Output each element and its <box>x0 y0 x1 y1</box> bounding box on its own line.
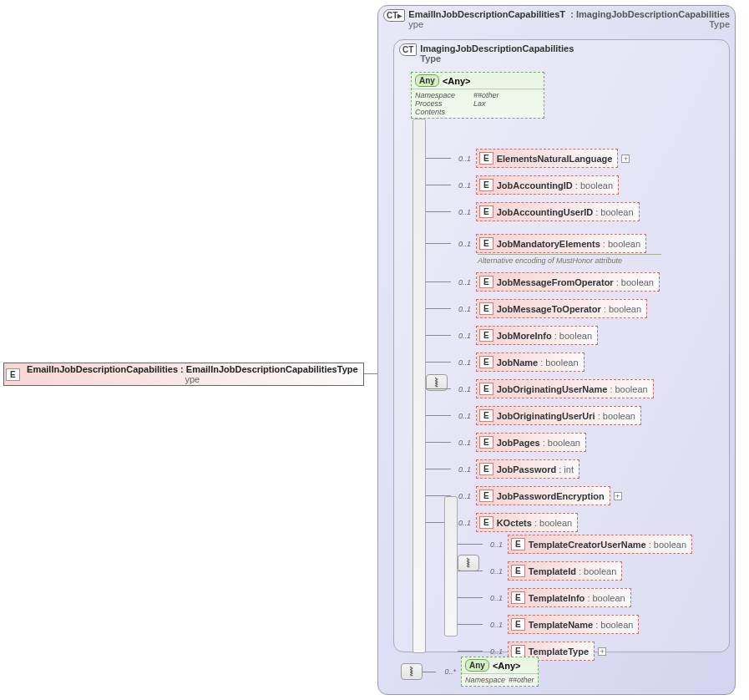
schema-element-box: EJobAccountingID : boolean <box>476 175 619 195</box>
inner-complextype-header: CT ImagingJobDescriptionCapabilities Typ… <box>394 40 729 65</box>
connector-line <box>426 282 451 282</box>
bottom-any-row: 0..* Any <Any> Namespace##other <box>401 657 539 687</box>
schema-element-row: 0..1ETemplateInfo : boolean <box>483 588 631 607</box>
schema-element-row: 0..1ETemplateId : boolean <box>483 561 622 581</box>
cardinality-label: 0..1 <box>453 439 471 447</box>
connector-line <box>426 158 451 159</box>
connector-line <box>458 544 483 545</box>
element-badge-icon: E <box>6 368 20 381</box>
element-name-label: JobPassword : int <box>497 464 574 474</box>
element-name-label: JobOriginatingUserUri : boolean <box>497 411 635 421</box>
schema-element-row: 0..1EJobOriginatingUserUri : boolean <box>451 406 641 425</box>
cardinality-label: 0..1 <box>484 567 503 576</box>
cardinality-label: 0..1 <box>453 358 471 367</box>
expand-icon[interactable]: + <box>598 647 606 656</box>
schema-element-row: 0..1EJobAccountingUserID : boolean <box>451 202 640 221</box>
element-badge-icon: E <box>511 565 525 577</box>
schema-element-row: 0..1EJobPassword : int <box>451 459 579 479</box>
cardinality-label: 0..1 <box>453 278 471 287</box>
schema-element-box: EJobMessageToOperator : boolean <box>476 299 647 318</box>
any-wildcard-block: Any <Any> Namespace##other Process Conte… <box>411 72 544 119</box>
schema-element-row: 0..1EJobOriginatingUserName : boolean <box>451 379 654 398</box>
complextype-badge-icon: CT▸ <box>383 9 405 22</box>
any-wildcard-block: Any <Any> Namespace##other <box>461 657 539 687</box>
connector-line <box>426 469 451 469</box>
schema-element-box: EJobPages : boolean <box>476 433 586 452</box>
element-badge-icon: E <box>479 237 493 250</box>
element-name-label: TemplateId : boolean <box>529 566 617 576</box>
cardinality-label: 0..1 <box>453 305 471 313</box>
element-badge-icon: E <box>479 152 493 165</box>
cardinality-label: 0..1 <box>453 240 471 248</box>
any-badge-icon: Any <box>415 74 439 87</box>
cardinality-label: 0..1 <box>453 332 471 340</box>
element-name-label: JobMessageToOperator : boolean <box>497 304 641 314</box>
schema-element-row: 0..1EJobPages : boolean <box>451 433 586 452</box>
schema-element-row: 0..1EKOctets : boolean <box>451 513 578 532</box>
element-name-label: JobPasswordEncryption <box>497 491 605 501</box>
schema-element-box: EJobMessageFromOperator : boolean <box>476 272 660 292</box>
element-badge-icon: E <box>511 618 525 631</box>
element-name-label: TemplateName : boolean <box>529 620 634 630</box>
expand-icon[interactable]: + <box>614 492 622 500</box>
connector-line <box>426 243 451 244</box>
schema-element-row: 0..1ETemplateCreatorUserName : boolean <box>483 535 692 554</box>
element-badge-icon: E <box>479 489 493 502</box>
cardinality-label: 0..1 <box>453 208 471 216</box>
outer-complextype-header: CT▸ EmailInJobDescriptionCapabilitiesT y… <box>378 6 735 31</box>
cardinality-label: 0..1 <box>484 540 503 549</box>
schema-element-box: ETemplateCreatorUserName : boolean <box>508 535 692 554</box>
connector-line <box>426 335 451 336</box>
sequence-compositor-icon <box>458 555 479 571</box>
connector-line <box>426 362 451 363</box>
schema-element-row: 0..1EJobName : boolean <box>451 353 585 372</box>
cardinality-label: 0..1 <box>484 647 503 656</box>
schema-element-box: ETemplateId : boolean <box>508 561 622 581</box>
complextype-badge-icon: CT <box>399 43 417 56</box>
inner-complextype: CT ImagingJobDescriptionCapabilities Typ… <box>393 39 730 652</box>
schema-element-row: 0..1EJobMandatoryElements : boolean <box>451 234 646 253</box>
element-badge-icon: E <box>511 645 525 657</box>
cardinality-label: 0..1 <box>453 155 471 163</box>
connector-line <box>426 185 451 185</box>
element-badge-icon: E <box>511 591 525 604</box>
connector-line <box>458 597 483 598</box>
element-name-label: JobAccountingUserID : boolean <box>497 207 634 217</box>
element-name-label: ElementsNaturalLanguage <box>497 154 613 164</box>
sequence-compositor-icon <box>401 663 423 680</box>
element-name-label: JobAccountingID : boolean <box>497 180 613 190</box>
connector-line <box>426 442 451 443</box>
element-name-label: JobMoreInfo : boolean <box>497 331 592 341</box>
schema-element-box: EJobPasswordEncryption <box>476 486 610 505</box>
outer-complextype: CT▸ EmailInJobDescriptionCapabilitiesT y… <box>377 5 736 695</box>
schema-element-box: ETemplateInfo : boolean <box>508 588 631 607</box>
schema-element-row: 0..1EJobMessageToOperator : boolean <box>451 299 647 318</box>
element-badge-icon: E <box>511 538 525 550</box>
connector-line <box>458 571 483 571</box>
element-name-label: JobMessageFromOperator : boolean <box>497 277 654 287</box>
element-badge-icon: E <box>479 276 493 288</box>
any-badge-icon: Any <box>465 659 489 672</box>
schema-element-box: EJobPassword : int <box>476 459 579 479</box>
connector-line <box>426 415 451 416</box>
element-badge-icon: E <box>479 302 493 315</box>
element-name-label: TemplateType <box>529 647 589 657</box>
schema-element-box: EElementsNaturalLanguage <box>476 149 618 168</box>
element-badge-icon: E <box>479 516 493 529</box>
cardinality-label: 0..* <box>438 667 456 676</box>
root-element-label: EmailInJobDescriptionCapabilities : Emai… <box>23 364 362 384</box>
schema-element-row: 0..1EElementsNaturalLanguage+ <box>451 149 630 168</box>
expand-icon[interactable]: + <box>621 155 630 163</box>
element-badge-icon: E <box>479 463 493 475</box>
cardinality-label: 0..1 <box>453 465 471 474</box>
connector-line <box>426 388 451 389</box>
schema-element-box: EJobMandatoryElements : boolean <box>476 234 646 253</box>
element-badge-icon: E <box>479 383 493 395</box>
schema-element-box: EJobMoreInfo : boolean <box>476 326 598 345</box>
schema-element-row: 0..1EJobMoreInfo : boolean <box>451 326 598 345</box>
element-badge-icon: E <box>479 409 493 422</box>
element-name-label: JobName : boolean <box>497 358 579 368</box>
connector-line <box>458 624 483 625</box>
schema-element-box: EJobAccountingUserID : boolean <box>476 202 640 221</box>
schema-element-box: EJobOriginatingUserName : boolean <box>476 379 654 398</box>
